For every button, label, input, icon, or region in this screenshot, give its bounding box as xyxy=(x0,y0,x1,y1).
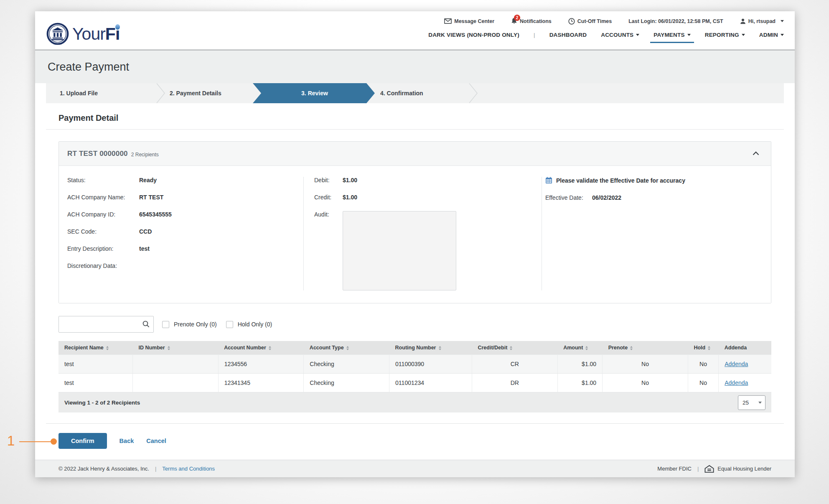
equal-housing-icon xyxy=(704,465,714,473)
col-id-number[interactable]: ID Number xyxy=(132,341,218,355)
sort-icon xyxy=(630,346,633,350)
sort-icon xyxy=(585,346,588,350)
audit-textarea xyxy=(343,211,456,290)
person-icon xyxy=(740,18,746,24)
table-footer: Viewing 1 - 2 of 2 Recipients 25 xyxy=(58,392,771,412)
nav-item-admin[interactable]: ADMIN xyxy=(759,32,784,43)
notifications-label: Notifications xyxy=(520,18,552,24)
search-icon[interactable] xyxy=(142,321,150,328)
nav-item-payments[interactable]: PAYMENTS xyxy=(654,32,690,43)
brand-logo[interactable]: YourFi xyxy=(46,18,120,50)
col-account-number[interactable]: Account Number xyxy=(218,341,304,355)
col-amount[interactable]: Amount xyxy=(557,341,602,355)
cell-account-number: 1234556 xyxy=(218,355,304,374)
bank-logo-icon xyxy=(46,22,69,46)
title-band: Create Payment xyxy=(35,50,795,83)
batch-panel-body: Status:Ready ACH Company Name:RT TEST AC… xyxy=(59,166,771,303)
message-center-link[interactable]: Message Center xyxy=(444,18,494,24)
hold-only-filter: Hold Only (0) xyxy=(226,321,272,328)
cell-id-number xyxy=(132,355,218,374)
validate-effective-date-note: Please validate the Effective Date for a… xyxy=(556,177,685,184)
table-header-row: Recipient Name ID Number Account Number … xyxy=(58,341,771,355)
wizard-separator-icon xyxy=(155,83,166,103)
message-center-label: Message Center xyxy=(454,18,494,24)
notifications-link[interactable]: 2 Notifications xyxy=(511,18,552,25)
prenote-only-checkbox[interactable] xyxy=(162,321,169,328)
sec-code-value: CCD xyxy=(139,228,303,235)
nav-item-accounts[interactable]: ACCOUNTS xyxy=(601,32,639,43)
footer-right: Member FDIC | Equal Housing Lender xyxy=(657,465,771,473)
cell-amount: $1.00 xyxy=(557,355,602,374)
addenda-link[interactable]: Addenda xyxy=(725,379,748,386)
col-credit-debit[interactable]: Credit/Debit xyxy=(472,341,557,355)
status-label: Status: xyxy=(67,177,139,183)
search-box xyxy=(58,316,154,333)
col-account-type[interactable]: Account Type xyxy=(304,341,389,355)
collapse-panel-button[interactable] xyxy=(749,149,763,158)
entry-description-label: Entry Description: xyxy=(67,245,139,252)
utility-bar: Message Center 2 Notifications xyxy=(444,18,784,25)
header-right: Message Center 2 Notifications xyxy=(428,11,784,50)
wizard-step-payment-details[interactable]: 2. Payment Details xyxy=(170,83,221,103)
step-wizard: 1. Upload File 2. Payment Details 3. Rev… xyxy=(46,83,784,103)
sort-icon xyxy=(708,346,710,350)
cell-credit-debit: DR xyxy=(472,374,557,392)
cell-recipient-name: test xyxy=(58,374,132,392)
app-window: YourFi Message Center xyxy=(35,11,795,477)
sort-icon xyxy=(106,346,109,350)
col-hold[interactable]: Hold xyxy=(688,341,718,355)
search-input[interactable] xyxy=(58,316,154,333)
debit-value: $1.00 xyxy=(343,177,542,183)
batch-recipient-count: 2 Recipients xyxy=(131,150,159,158)
page-size-select[interactable]: 25 xyxy=(738,395,765,410)
app-footer: © 2022 Jack Henry & Associates, Inc. | T… xyxy=(35,460,795,477)
col-routing-number[interactable]: Routing Number xyxy=(389,341,472,355)
cut-off-times-label: Cut-Off Times xyxy=(577,18,612,24)
nav-item-dashboard[interactable]: DASHBOARD xyxy=(549,32,587,43)
main-nav: DARK VIEWS (NON-PROD ONLY) | DASHBOARD A… xyxy=(428,32,784,43)
main-content: Payment Detail RT TEST 0000000 2 Recipie… xyxy=(35,103,795,412)
chevron-down-icon xyxy=(758,402,762,404)
batch-fields-right: Please validate the Effective Date for a… xyxy=(542,177,763,290)
wizard-step-review-active[interactable]: 3. Review xyxy=(253,83,375,103)
wizard-step-confirmation[interactable]: 4. Confirmation xyxy=(380,83,423,103)
nav-divider: | xyxy=(534,32,535,43)
batch-fields-left: Status:Ready ACH Company Name:RT TEST AC… xyxy=(67,177,303,290)
user-menu[interactable]: Hi, rtsupad xyxy=(740,18,784,24)
back-button[interactable]: Back xyxy=(120,438,134,444)
chevron-down-icon xyxy=(636,34,639,36)
effective-date-label: Effective Date: xyxy=(545,194,592,201)
cut-off-times-link[interactable]: Cut-Off Times xyxy=(568,18,612,25)
discretionary-data-label: Discretionary Data: xyxy=(67,262,139,269)
cell-prenote: No xyxy=(603,355,688,374)
addenda-link[interactable]: Addenda xyxy=(725,361,748,367)
page-title: Create Payment xyxy=(48,61,782,74)
cell-recipient-name: test xyxy=(58,355,132,374)
sort-icon xyxy=(269,346,271,350)
recipients-table: Recipient Name ID Number Account Number … xyxy=(58,341,771,392)
envelope-icon xyxy=(444,18,452,24)
cell-routing-number: 011000390 xyxy=(389,355,472,374)
cancel-button[interactable]: Cancel xyxy=(146,438,166,444)
table-row: test 12341345 Checking 011001234 DR $1.0… xyxy=(58,374,771,392)
col-prenote[interactable]: Prenote xyxy=(603,341,688,355)
wizard-wrap: 1. Upload File 2. Payment Details 3. Rev… xyxy=(35,83,795,103)
wizard-step-upload-file[interactable]: 1. Upload File xyxy=(60,83,98,103)
chevron-up-icon xyxy=(753,151,759,155)
annotation-line xyxy=(19,441,51,442)
cell-id-number xyxy=(132,374,218,392)
cell-hold: No xyxy=(688,374,718,392)
terms-and-conditions-link[interactable]: Terms and Conditions xyxy=(162,466,215,472)
page-size-value: 25 xyxy=(743,400,749,406)
payment-detail-title: Payment Detail xyxy=(58,113,771,123)
nav-item-dark-views[interactable]: DARK VIEWS (NON-PROD ONLY) xyxy=(428,32,519,43)
cell-account-type: Checking xyxy=(304,355,389,374)
hold-only-checkbox[interactable] xyxy=(226,321,233,328)
chevron-down-icon xyxy=(781,20,784,22)
col-recipient-name[interactable]: Recipient Name xyxy=(58,341,132,355)
sort-icon xyxy=(168,346,170,350)
nav-item-reporting[interactable]: REPORTING xyxy=(705,32,745,43)
calendar-icon xyxy=(545,177,552,184)
notifications-badge: 2 xyxy=(514,15,520,21)
confirm-button[interactable]: Confirm xyxy=(58,433,107,449)
